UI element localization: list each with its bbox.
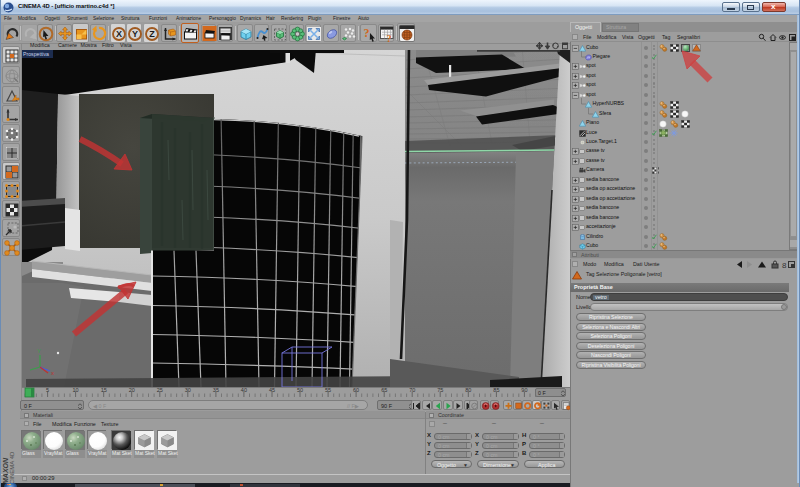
svg-text:35: 35 [213,387,219,393]
svg-text:?: ? [387,33,392,43]
svg-text:15: 15 [101,387,107,393]
svg-text:x: x [51,370,54,376]
svg-text:45: 45 [269,387,275,393]
svg-text:30: 30 [185,387,191,393]
svg-text:55: 55 [325,387,331,393]
svg-text:65: 65 [381,387,387,393]
svg-text:25: 25 [157,387,163,393]
svg-text:50: 50 [297,387,303,393]
svg-text:5: 5 [46,387,49,393]
svg-text:85: 85 [493,387,499,393]
svg-text:70: 70 [409,387,415,393]
svg-text:40: 40 [241,387,247,393]
svg-text:60: 60 [353,387,359,393]
svg-text:?: ? [364,26,370,40]
svg-text:Y: Y [37,348,41,354]
svg-text:8: 8 [782,261,787,270]
svg-text:Z: Z [149,29,155,39]
svg-text:Y: Y [132,29,138,39]
svg-text:90: 90 [521,387,527,393]
svg-text:75: 75 [437,387,443,393]
svg-text:80: 80 [465,387,471,393]
svg-text:X: X [116,29,122,39]
svg-text:20: 20 [129,387,135,393]
svg-text:10: 10 [73,387,79,393]
